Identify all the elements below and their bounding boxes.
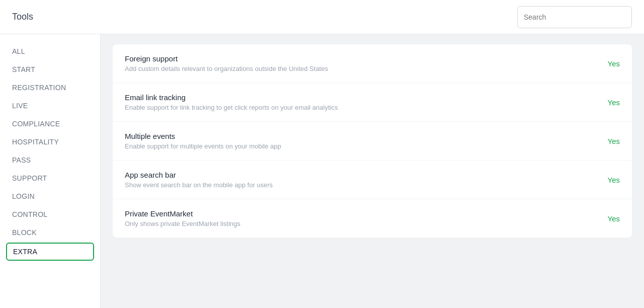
sidebar-item-login[interactable]: LOGIN [0,187,100,205]
feature-description: Enable support for link tracking to get … [125,104,596,111]
sidebar-item-extra[interactable]: EXTRA [6,243,94,261]
feature-name: Multiple events [125,132,596,140]
feature-info: Foreign supportAdd custom details releva… [125,54,596,72]
header: Tools [0,0,644,34]
sidebar-item-all[interactable]: ALL [0,42,100,60]
feature-status: Yes [608,59,620,68]
feature-row: Private EventMarketOnly shows private Ev… [113,199,632,238]
search-input[interactable] [517,6,632,28]
feature-name: Private EventMarket [125,209,596,218]
sidebar-item-control[interactable]: CONTROL [0,205,100,223]
sidebar-item-compliance[interactable]: COMPLIANCE [0,115,100,133]
sidebar-item-block[interactable]: BLOCK [0,223,100,242]
feature-status: Yes [608,176,620,184]
feature-status: Yes [608,98,620,107]
feature-row: Email link trackingEnable support for li… [113,83,632,122]
sidebar-item-start[interactable]: START [0,60,100,79]
page-title: Tools [12,12,33,22]
features-card: Foreign supportAdd custom details releva… [113,44,632,238]
sidebar-item-hospitality[interactable]: HOSPITALITY [0,133,100,151]
feature-status: Yes [608,137,620,145]
feature-row: Multiple eventsEnable support for multip… [113,122,632,161]
feature-description: Enable support for multiple events on yo… [125,142,596,150]
feature-row: Foreign supportAdd custom details releva… [113,44,632,83]
feature-description: Only shows private EventMarket listings [125,220,596,227]
feature-description: Show event search bar on the mobile app … [125,181,596,189]
feature-row: App search barShow event search bar on t… [113,161,632,199]
feature-info: App search barShow event search bar on t… [125,171,596,189]
feature-name: Foreign support [125,54,596,63]
feature-status: Yes [608,214,620,223]
feature-name: App search bar [125,171,596,179]
main-content: Foreign supportAdd custom details releva… [101,34,644,308]
feature-description: Add custom details relevant to organizat… [125,65,596,72]
sidebar-item-pass[interactable]: PASS [0,151,100,169]
sidebar: ALLSTARTREGISTRATIONLIVECOMPLIANCEHOSPIT… [0,34,101,308]
main-layout: ALLSTARTREGISTRATIONLIVECOMPLIANCEHOSPIT… [0,34,644,308]
sidebar-item-live[interactable]: LIVE [0,97,100,115]
feature-info: Email link trackingEnable support for li… [125,93,596,111]
feature-name: Email link tracking [125,93,596,102]
feature-info: Private EventMarketOnly shows private Ev… [125,209,596,227]
sidebar-item-registration[interactable]: REGISTRATION [0,79,100,97]
sidebar-item-support[interactable]: SUPPORT [0,169,100,187]
feature-info: Multiple eventsEnable support for multip… [125,132,596,150]
